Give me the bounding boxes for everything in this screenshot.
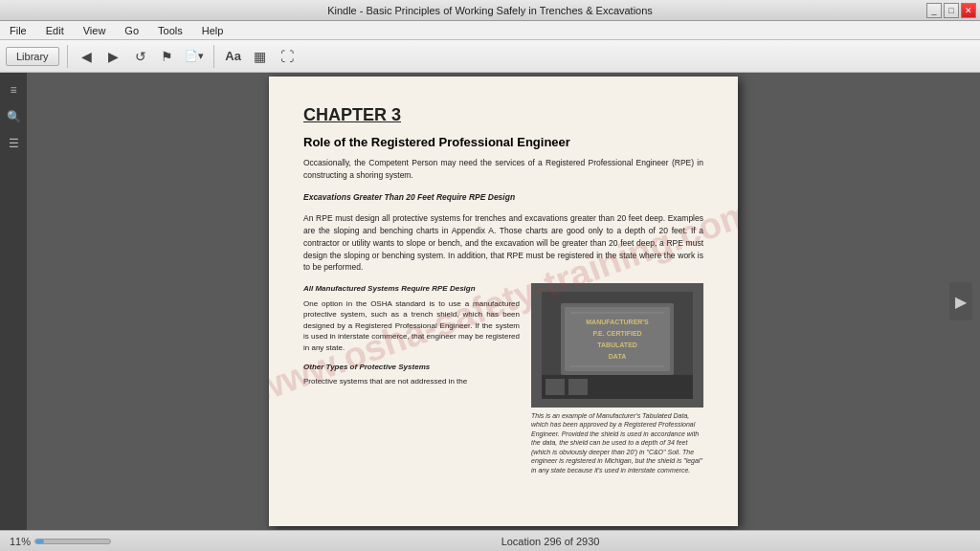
font-size-button[interactable]: Aa: [222, 45, 245, 68]
next-page-nav-arrow[interactable]: ▶: [949, 282, 972, 320]
col-text-left: All Manufactured Systems Require RPE Des…: [303, 283, 520, 474]
refresh-button[interactable]: ↺: [129, 45, 152, 68]
section-title: Role of the Registered Professional Engi…: [303, 135, 703, 149]
menu-view[interactable]: View: [78, 23, 112, 38]
svg-text:DATA: DATA: [609, 353, 626, 360]
toolbar-separator-2: [213, 45, 214, 68]
title-bar-text: Kindle - Basic Principles of Working Saf…: [8, 5, 972, 16]
heading-manufactured: All Manufactured Systems Require RPE Des…: [303, 283, 520, 295]
menu-file[interactable]: File: [4, 23, 33, 38]
sidebar-search-icon[interactable]: 🔍: [4, 107, 23, 126]
location-text: Location 296 of 2930: [501, 536, 600, 547]
svg-text:MANUFACTURER'S: MANUFACTURER'S: [586, 319, 649, 325]
svg-rect-3: [565, 307, 670, 371]
next-page-button[interactable]: ▶: [102, 45, 125, 68]
sidebar-toc-icon[interactable]: ☰: [4, 134, 23, 153]
page-container: www.osha-safety-training.com CHAPTER 3 R…: [27, 73, 980, 530]
menu-edit[interactable]: Edit: [40, 23, 70, 38]
menu-help[interactable]: Help: [196, 23, 230, 38]
toolbar: Library ◀ ▶ ↺ ⚑ 📄▾ Aa ▦ ⛶: [0, 40, 980, 73]
svg-text:TABULATED: TABULATED: [597, 342, 637, 348]
progress-bar-container: [34, 539, 111, 544]
library-button[interactable]: Library: [6, 47, 59, 66]
heading-protective: Other Types of Protective Systems: [303, 362, 520, 373]
minimize-button[interactable]: _: [926, 3, 942, 18]
page-view-button[interactable]: 📄▾: [183, 45, 206, 68]
heading-excavations: Excavations Greater Than 20 Feet Require…: [303, 191, 703, 204]
title-bar: Kindle - Basic Principles of Working Saf…: [0, 0, 980, 21]
menu-tools[interactable]: Tools: [152, 23, 189, 38]
prev-page-button[interactable]: ◀: [76, 45, 99, 68]
window-controls: _ □ ✕: [926, 3, 976, 18]
intro-paragraph: Occasionally, the Competent Person may n…: [303, 157, 703, 182]
percent-label: 11%: [10, 536, 31, 547]
para-excavations: An RPE must design all protective system…: [303, 212, 703, 274]
manufacturer-image: MANUFACTURER'S P.E. CERTIFIED TABULATED …: [531, 283, 703, 408]
status-bar: 11% Location 296 of 2930: [0, 530, 980, 551]
close-button[interactable]: ✕: [961, 3, 976, 18]
progress-bar-fill: [35, 540, 44, 543]
fullscreen-button[interactable]: ⛶: [276, 45, 299, 68]
chapter-title: CHAPTER 3: [303, 105, 703, 125]
heading-excavations-text: Excavations Greater Than 20 Feet Require…: [303, 192, 515, 202]
book-page: www.osha-safety-training.com CHAPTER 3 R…: [269, 77, 738, 526]
toolbar-separator-1: [67, 45, 68, 68]
para-protective: Protective systems that are not addresse…: [303, 376, 520, 387]
maximize-button[interactable]: □: [944, 3, 959, 18]
image-caption: This is an example of Manufacturer's Tab…: [531, 411, 703, 474]
svg-text:P.E. CERTIFIED: P.E. CERTIFIED: [592, 330, 641, 337]
bookmark-button[interactable]: ⚑: [156, 45, 179, 68]
svg-rect-12: [568, 379, 588, 395]
col-image-right: MANUFACTURER'S P.E. CERTIFIED TABULATED …: [531, 283, 703, 474]
para-manufactured: One option in the OSHA standard is to us…: [303, 298, 520, 354]
menu-bar: File Edit View Go Tools Help: [0, 21, 980, 40]
main-area: ≡ 🔍 ☰ www.osha-safety-training.com CHAPT…: [0, 73, 980, 530]
two-column-section: All Manufactured Systems Require RPE Des…: [303, 283, 703, 474]
menu-go[interactable]: Go: [119, 23, 145, 38]
sidebar-menu-icon[interactable]: ≡: [4, 80, 23, 99]
layout-button[interactable]: ▦: [249, 45, 272, 68]
image-content: MANUFACTURER'S P.E. CERTIFIED TABULATED …: [532, 284, 702, 407]
status-location: Location 296 of 2930: [130, 536, 970, 547]
image-svg: MANUFACTURER'S P.E. CERTIFIED TABULATED …: [532, 284, 702, 407]
sidebar: ≡ 🔍 ☰: [0, 73, 27, 530]
status-percent: 11%: [10, 536, 111, 547]
svg-rect-11: [546, 379, 565, 395]
